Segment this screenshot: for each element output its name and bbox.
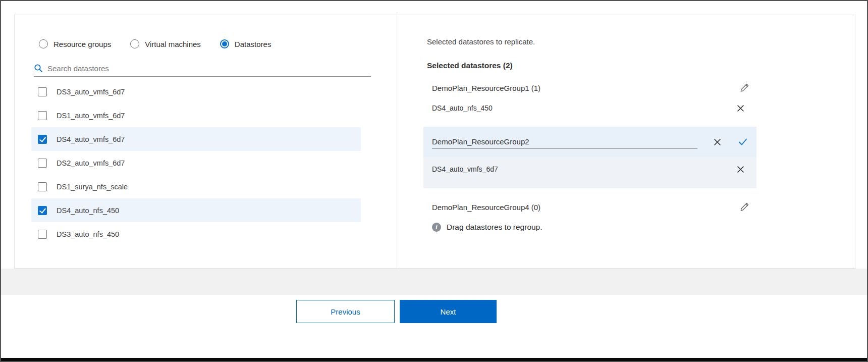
drag-hint: i Drag datastores to regroup.	[432, 223, 855, 232]
radio-resource-groups-label: Resource groups	[53, 40, 111, 48]
datastore-row[interactable]: DS1_surya_nfs_scale	[31, 175, 361, 198]
datastore-checkbox[interactable]	[38, 111, 47, 120]
window-bottom-bar	[1, 358, 867, 361]
previous-button[interactable]: Previous	[296, 300, 395, 323]
pencil-icon	[739, 202, 749, 212]
check-icon	[738, 138, 747, 146]
datastore-label: DS4_auto_vmfs_6d7	[57, 135, 125, 143]
pencil-icon	[739, 83, 749, 93]
resource-group-edit-box: DS4_auto_vmfs_6d7	[423, 127, 756, 188]
info-icon: i	[432, 223, 441, 232]
datastore-checkbox[interactable]	[38, 182, 47, 191]
datastore-label: DS1_auto_vmfs_6d7	[57, 112, 125, 120]
datastore-label: DS1_surya_nfs_scale	[57, 183, 128, 191]
selected-datastores-pane: Selected datastores to replicate. Select…	[397, 15, 855, 268]
remove-datastore-button[interactable]	[736, 104, 745, 113]
source-selection-pane: Resource groups Virtual machines Datasto…	[15, 15, 397, 268]
drag-hint-text: Drag datastores to regroup.	[447, 223, 542, 232]
selected-datastores-heading: Selected datastores (2)	[427, 61, 855, 70]
resource-group-edit-header	[423, 127, 756, 157]
wizard-footer: Previous Next	[296, 300, 497, 323]
datastore-checkbox[interactable]	[38, 159, 47, 168]
radio-virtual-machines-label: Virtual machines	[145, 40, 201, 48]
resource-group-edit-body: DS4_auto_vmfs_6d7	[423, 157, 756, 188]
group-datastore-name: DS4_auto_nfs_450	[432, 104, 493, 112]
close-icon	[737, 166, 744, 173]
search-input[interactable]	[47, 64, 371, 73]
group-datastore-name: DS4_auto_vmfs_6d7	[432, 165, 498, 173]
close-icon	[737, 105, 744, 112]
replication-wizard-window: Resource groups Virtual machines Datasto…	[0, 0, 868, 362]
datastore-row[interactable]: DS3_auto_vmfs_6d7	[31, 80, 361, 104]
radio-resource-groups-control[interactable]	[39, 39, 48, 48]
confirm-rename-button[interactable]	[737, 137, 748, 147]
datastore-list: DS3_auto_vmfs_6d7 DS1_auto_vmfs_6d7 DS4_…	[31, 80, 361, 246]
resource-group-row: DemoPlan_ResourceGroup4 (0)	[423, 197, 756, 217]
cancel-rename-button[interactable]	[713, 137, 722, 147]
group-datastore-row: DS4_auto_nfs_450	[423, 97, 756, 119]
datastore-search	[34, 64, 371, 77]
next-button[interactable]: Next	[400, 300, 497, 323]
datastore-checkbox[interactable]	[38, 87, 47, 96]
datastore-row[interactable]: DS4_auto_nfs_450	[31, 198, 361, 222]
edit-group-button[interactable]	[738, 82, 750, 94]
datastore-label: DS3_auto_nfs_450	[57, 230, 119, 238]
datastore-row[interactable]: DS2_auto_vmfs_6d7	[31, 151, 361, 175]
resource-group-name: DemoPlan_ResourceGroup1 (1)	[432, 84, 540, 92]
close-icon	[714, 138, 721, 146]
radio-datastores[interactable]: Datastores	[220, 39, 272, 48]
datastore-checkbox[interactable]	[38, 230, 47, 239]
radio-resource-groups[interactable]: Resource groups	[39, 39, 111, 48]
view-mode-radio-group: Resource groups Virtual machines Datasto…	[15, 39, 397, 48]
radio-virtual-machines-control[interactable]	[130, 39, 139, 48]
search-icon	[34, 64, 43, 73]
datastore-label: DS3_auto_vmfs_6d7	[57, 88, 125, 96]
background-band	[1, 269, 867, 295]
datastore-label: DS4_auto_nfs_450	[57, 206, 119, 215]
remove-datastore-button[interactable]	[736, 165, 745, 174]
datastore-label: DS2_auto_vmfs_6d7	[57, 159, 125, 167]
datastore-checkbox[interactable]	[38, 135, 47, 144]
datastore-selection-card: Resource groups Virtual machines Datasto…	[14, 15, 855, 269]
edit-group-button[interactable]	[738, 201, 750, 213]
radio-datastores-control[interactable]	[220, 39, 229, 48]
datastore-row[interactable]: DS4_auto_vmfs_6d7	[31, 127, 361, 151]
resource-group-name: DemoPlan_ResourceGroup4 (0)	[432, 203, 540, 212]
group-datastore-row: DS4_auto_vmfs_6d7	[423, 157, 756, 181]
group-name-input[interactable]	[432, 135, 697, 149]
datastore-row[interactable]: DS1_auto_vmfs_6d7	[31, 104, 361, 127]
resource-group-row: DemoPlan_ResourceGroup1 (1)	[423, 78, 756, 97]
radio-virtual-machines[interactable]: Virtual machines	[130, 39, 201, 48]
pane-subtitle: Selected datastores to replicate.	[427, 37, 855, 46]
datastore-checkbox[interactable]	[38, 206, 47, 215]
radio-datastores-label: Datastores	[235, 40, 272, 48]
datastore-row[interactable]: DS3_auto_nfs_450	[31, 222, 361, 246]
